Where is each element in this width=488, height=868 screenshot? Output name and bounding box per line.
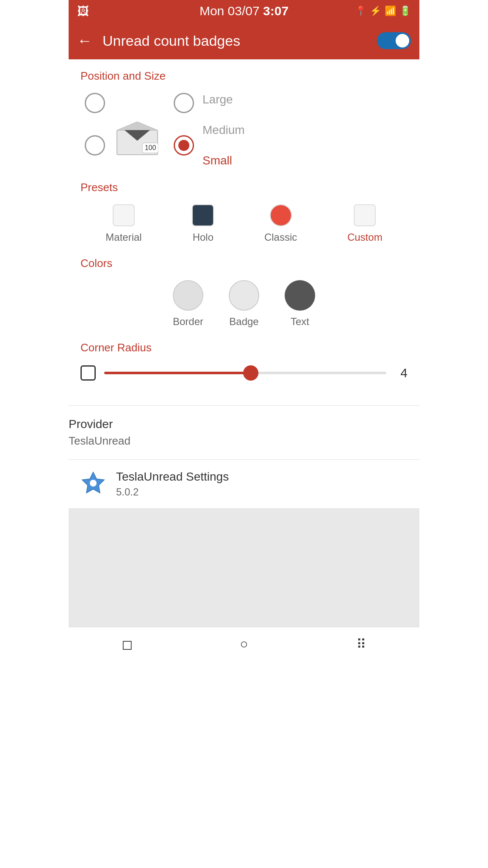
preset-holo-label: Holo (193, 231, 214, 243)
corner-icon (80, 365, 96, 381)
corner-radius-section: Corner Radius 4 (80, 341, 408, 381)
svg-point-6 (90, 480, 97, 487)
image-icon: 🖼 (77, 4, 89, 18)
slider-track (104, 372, 386, 374)
text-label: Text (291, 316, 309, 328)
border-color-circle[interactable] (173, 280, 203, 311)
color-badge[interactable]: Badge (229, 280, 259, 328)
app-bar: ← Unread count badges (69, 22, 419, 59)
text-color-circle[interactable] (285, 280, 315, 311)
size-labels: Large Medium Small (194, 93, 245, 167)
colors-section: Colors Border Badge Text (80, 257, 408, 328)
color-text[interactable]: Text (285, 280, 315, 328)
radio-small-left[interactable] (85, 135, 105, 156)
status-right-icons: 📍 ⚡ 📶 🔋 (355, 6, 411, 17)
svg-text:100: 100 (145, 144, 156, 151)
radio-col-1 (80, 93, 105, 156)
nav-menu-button[interactable]: ⠿ (348, 632, 374, 657)
slider-row: 4 (80, 364, 408, 381)
bluetooth-icon: ⚡ (370, 6, 381, 17)
nav-back-button[interactable]: ◻ (114, 632, 140, 657)
bottom-nav: ◻ ○ ⠿ (69, 627, 419, 661)
preset-holo-icon (192, 204, 214, 226)
color-border[interactable]: Border (173, 280, 203, 328)
nav-menu-icon: ⠿ (356, 636, 366, 652)
presets-title: Presets (80, 181, 408, 194)
position-size-title: Position and Size (80, 70, 408, 83)
provider-title: Provider (69, 417, 419, 431)
slider-fill (104, 372, 251, 374)
preset-material-label: Material (105, 231, 141, 243)
status-time: Mon 03/07 3:07 (200, 4, 288, 18)
preset-custom[interactable]: Custom (347, 204, 383, 243)
provider-value: TeslaUnread (69, 434, 419, 448)
radio-large-left[interactable] (85, 93, 105, 113)
back-button[interactable]: ← (77, 32, 92, 50)
preset-material-icon (113, 204, 135, 226)
radio-col-2 (169, 93, 194, 156)
colors-row: Border Badge Text (80, 280, 408, 328)
footer-area (69, 508, 419, 627)
preset-custom-label: Custom (347, 231, 383, 243)
main-content: Position and Size 100 (69, 59, 419, 405)
corner-radius-title: Corner Radius (80, 341, 408, 354)
corner-radius-slider[interactable] (104, 364, 386, 381)
radio-small-right[interactable] (174, 135, 194, 156)
battery-icon: 🔋 (399, 6, 411, 17)
envelope-icon: 100 (116, 122, 158, 156)
badge-preview: 100 (116, 122, 158, 157)
size-medium: Medium (202, 123, 245, 137)
slider-thumb[interactable] (243, 365, 258, 381)
provider-section: Provider TeslaUnread (69, 406, 419, 459)
tesla-settings-icon (80, 471, 106, 497)
app-bar-title: Unread count badges (103, 33, 377, 49)
enable-toggle[interactable] (377, 32, 411, 49)
size-large: Large (202, 93, 245, 106)
preset-holo[interactable]: Holo (192, 204, 214, 243)
preset-classic-icon (270, 204, 292, 226)
signal-icon: 📶 (385, 6, 396, 17)
svg-marker-1 (117, 122, 158, 130)
tesla-settings-item[interactable]: TeslaUnread Settings 5.0.2 (69, 459, 419, 508)
nav-back-icon: ◻ (122, 636, 133, 652)
border-label: Border (173, 316, 203, 328)
presets-row: Material Holo Classic Custom (80, 204, 408, 243)
preset-classic[interactable]: Classic (264, 204, 297, 243)
tesla-settings-name: TeslaUnread Settings (116, 470, 229, 484)
radio-large-right[interactable] (174, 93, 194, 113)
location-icon: 📍 (355, 6, 366, 17)
preset-material[interactable]: Material (105, 204, 141, 243)
nav-home-icon: ○ (240, 636, 248, 652)
status-bar: 🖼 Mon 03/07 3:07 📍 ⚡ 📶 🔋 (69, 0, 419, 22)
colors-title: Colors (80, 257, 408, 270)
tesla-settings-version: 5.0.2 (116, 486, 229, 498)
corner-radius-value: 4 (395, 366, 408, 380)
badge-label: Badge (229, 316, 258, 328)
size-small: Small (202, 154, 245, 167)
status-left-icons: 🖼 (77, 4, 89, 18)
tesla-settings-text: TeslaUnread Settings 5.0.2 (116, 470, 229, 498)
preset-custom-icon (354, 204, 376, 226)
badge-color-circle[interactable] (229, 280, 259, 311)
nav-home-button[interactable]: ○ (231, 632, 257, 657)
preset-classic-label: Classic (264, 231, 297, 243)
